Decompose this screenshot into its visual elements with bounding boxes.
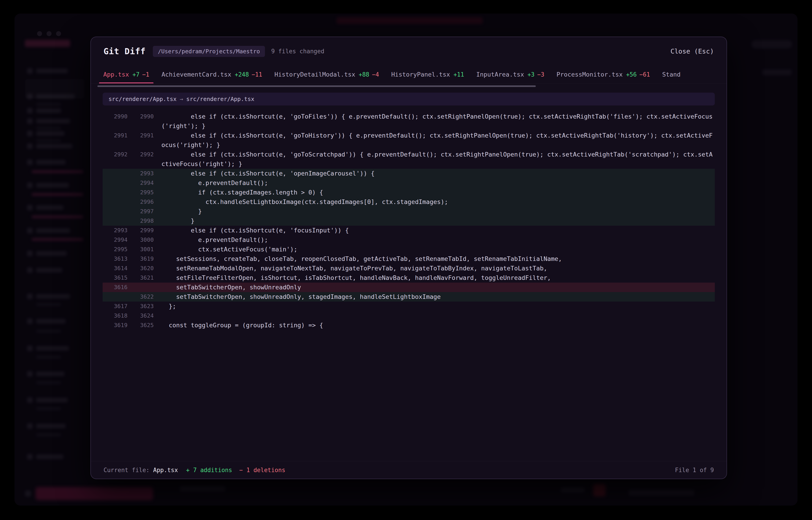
new-line-number: 3620 bbox=[127, 264, 154, 273]
footer-additions: + 7 additions bbox=[186, 467, 232, 473]
modal-title: Git Diff bbox=[103, 47, 146, 56]
file-tab-label: HistoryDetailModal.tsx bbox=[274, 71, 355, 78]
file-path-header: src/renderer/App.tsx→src/renderer/App.ts… bbox=[103, 93, 715, 105]
diff-row: 36133619 setSessions, createTab, closeTa… bbox=[103, 254, 715, 264]
diff-row: 29902990 else if (ctx.isShortcut(e, 'goT… bbox=[103, 112, 715, 131]
code-line: } bbox=[154, 207, 715, 216]
file-tab[interactable]: HistoryDetailModal.tsx+88−4 bbox=[268, 66, 385, 83]
file-tab[interactable]: AchievementCard.tsx+248−11 bbox=[155, 66, 268, 83]
diff-row: 2996 ctx.handleSetLightboxImage(ctx.stag… bbox=[103, 197, 715, 207]
code-line: setSessions, createTab, closeTab, reopen… bbox=[154, 254, 715, 264]
new-line-number: 3619 bbox=[127, 254, 154, 264]
diff-row: 2994 e.preventDefault(); bbox=[103, 178, 715, 188]
diff-row: 36193625 const toggleGroup = (groupId: s… bbox=[103, 320, 715, 330]
tab-deletions: −4 bbox=[372, 71, 379, 78]
file-tab-label: AchievementCard.tsx bbox=[162, 71, 231, 78]
old-line-number: 3615 bbox=[103, 273, 127, 283]
modal-footer: Current file: App.tsx + 7 additions − 1 … bbox=[91, 461, 727, 479]
code-line: else if (ctx.isShortcut(e, 'goToScratchp… bbox=[154, 150, 715, 169]
old-line-number: 3613 bbox=[103, 254, 127, 264]
new-line-number: 2999 bbox=[127, 226, 154, 235]
diff-row: 29922992 else if (ctx.isShortcut(e, 'goT… bbox=[103, 150, 715, 169]
file-tabs-list: App.tsx+7−1AchievementCard.tsx+248−11His… bbox=[91, 66, 727, 84]
code-line: setFileTreeFilterOpen, isShortcut, isTab… bbox=[154, 273, 715, 283]
diff-row: 29943000 e.preventDefault(); bbox=[103, 235, 715, 245]
old-line-number: 3616 bbox=[103, 283, 127, 292]
footer-deletions: − 1 deletions bbox=[239, 467, 286, 473]
new-line-number: 3621 bbox=[127, 273, 154, 283]
new-line-number: 3625 bbox=[127, 320, 154, 330]
file-position: File 1 of 9 bbox=[675, 467, 714, 473]
new-line-number: 3624 bbox=[127, 311, 154, 320]
file-tab-label: ProcessMonitor.tsx bbox=[557, 71, 623, 78]
new-line-number: 2998 bbox=[127, 216, 154, 226]
arrow-icon: → bbox=[180, 96, 183, 102]
file-tab-label: App.tsx bbox=[103, 71, 129, 78]
code-line: else if (ctx.isShortcut(e, 'focusInput')… bbox=[154, 226, 715, 235]
tab-additions: +88 bbox=[359, 71, 369, 78]
diff-row: 36153621 setFileTreeFilterOpen, isShortc… bbox=[103, 273, 715, 283]
new-line-number: 2997 bbox=[127, 207, 154, 216]
code-line: e.preventDefault(); bbox=[154, 178, 715, 188]
new-line-number: 2993 bbox=[127, 169, 154, 178]
diff-row: 2995 if (ctx.stagedImages.length > 0) { bbox=[103, 188, 715, 197]
diff-row: 3616 setTabSwitcherOpen, showUnreadOnly bbox=[103, 283, 715, 292]
modal-header: Git Diff /Users/pedram/Projects/Maestro … bbox=[91, 37, 727, 66]
file-path-to: src/renderer/App.tsx bbox=[186, 96, 254, 102]
files-changed-label: 9 files changed bbox=[271, 48, 324, 55]
new-line-number: 2994 bbox=[127, 178, 154, 188]
code-line: else if (ctx.isShortcut(e, 'goToHistory'… bbox=[154, 131, 715, 150]
file-tab-label: HistoryPanel.tsx bbox=[391, 71, 450, 78]
tab-additions: +56 bbox=[626, 71, 637, 78]
new-line-number: 2991 bbox=[127, 131, 154, 140]
file-tab[interactable]: App.tsx+7−1 bbox=[97, 66, 155, 83]
new-line-number: 3623 bbox=[127, 302, 154, 311]
code-line: }; bbox=[154, 302, 715, 311]
diff-row: 36183624 bbox=[103, 311, 715, 320]
diff-row: 29912991 else if (ctx.isShortcut(e, 'goT… bbox=[103, 131, 715, 150]
close-button[interactable]: Close (Esc) bbox=[670, 47, 714, 55]
old-line-number: 2991 bbox=[103, 131, 127, 140]
diff-row: 2998 } bbox=[103, 216, 715, 226]
old-line-number: 2992 bbox=[103, 150, 127, 159]
tab-additions: +11 bbox=[453, 71, 464, 78]
new-line-number: 2996 bbox=[127, 197, 154, 207]
new-line-number: 3622 bbox=[127, 292, 154, 302]
file-tab[interactable]: HistoryPanel.tsx+11 bbox=[385, 66, 470, 83]
code-line: } bbox=[154, 216, 715, 226]
new-line-number: 2995 bbox=[127, 188, 154, 197]
old-line-number: 2995 bbox=[103, 245, 127, 254]
diff-row: 36143620 setRenameTabModalOpen, navigate… bbox=[103, 264, 715, 273]
new-line-number: 3001 bbox=[127, 245, 154, 254]
git-diff-modal: Git Diff /Users/pedram/Projects/Maestro … bbox=[91, 36, 727, 479]
code-line: else if (ctx.isShortcut(e, 'openImageCar… bbox=[154, 169, 715, 178]
tab-deletions: −3 bbox=[537, 71, 544, 78]
code-line: ctx.handleSetLightboxImage(ctx.stagedIma… bbox=[154, 197, 715, 207]
old-line-number: 3614 bbox=[103, 264, 127, 273]
diff-body: src/renderer/App.tsx→src/renderer/App.ts… bbox=[91, 84, 727, 461]
old-line-number: 2990 bbox=[103, 112, 127, 121]
diff-row: 2993 else if (ctx.isShortcut(e, 'openIma… bbox=[103, 169, 715, 178]
file-tab[interactable]: ProcessMonitor.tsx+56−61 bbox=[550, 66, 656, 83]
file-tab-label: Stand bbox=[662, 71, 681, 78]
diff-row: 2997 } bbox=[103, 207, 715, 216]
old-line-number: 2993 bbox=[103, 226, 127, 235]
code-line: setTabSwitcherOpen, showUnreadOnly bbox=[154, 283, 715, 292]
diff-row: 36173623 }; bbox=[103, 302, 715, 311]
old-line-number: 2994 bbox=[103, 235, 127, 245]
code-line: const toggleGroup = (groupId: string) =>… bbox=[154, 320, 715, 330]
new-line-number: 2992 bbox=[127, 150, 154, 159]
code-line: if (ctx.stagedImages.length > 0) { bbox=[154, 188, 715, 197]
current-file-label: Current file: bbox=[103, 467, 150, 473]
diff-view: 29902990 else if (ctx.isShortcut(e, 'goT… bbox=[103, 112, 715, 330]
file-tab[interactable]: InputArea.tsx+3−3 bbox=[470, 66, 550, 83]
file-tab-label: InputArea.tsx bbox=[476, 71, 524, 78]
diff-row: 29932999 else if (ctx.isShortcut(e, 'foc… bbox=[103, 226, 715, 235]
new-line-number: 2990 bbox=[127, 112, 154, 121]
file-tab[interactable]: Stand bbox=[656, 66, 687, 83]
file-path-from: src/renderer/App.tsx bbox=[108, 96, 176, 102]
tab-deletions: −61 bbox=[639, 71, 650, 78]
tabs-scrollbar[interactable] bbox=[97, 85, 536, 87]
diff-row: 3622 setTabSwitcherOpen, showUnreadOnly,… bbox=[103, 292, 715, 302]
code-line: ctx.setActiveFocus('main'); bbox=[154, 245, 715, 254]
